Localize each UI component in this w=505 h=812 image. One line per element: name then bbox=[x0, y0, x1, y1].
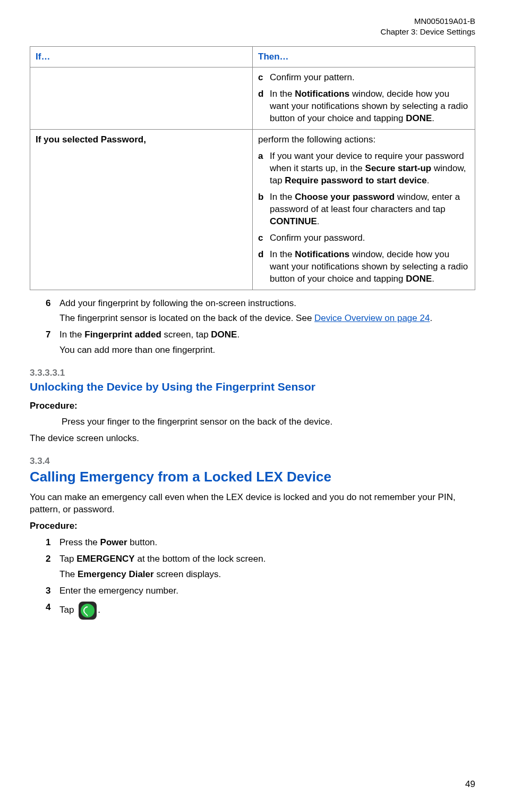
marker-b: b bbox=[258, 191, 270, 228]
marker-6: 6 bbox=[46, 298, 59, 325]
step-text: In the Notifications window, decide how … bbox=[270, 88, 469, 125]
list-item: b In the Choose your password window, en… bbox=[258, 191, 469, 228]
table-row: c Confirm your pattern. d In the Notific… bbox=[30, 67, 475, 130]
list-item: d In the Notifications window, decide ho… bbox=[258, 249, 469, 285]
list-item: 2 Tap EMERGENCY at the bottom of the loc… bbox=[46, 553, 475, 581]
procedure-label: Procedure: bbox=[30, 520, 475, 532]
step-text: Confirm your pattern. bbox=[270, 72, 355, 84]
step-subtext: The Emergency Dialer screen displays. bbox=[59, 569, 475, 581]
chapter-label: Chapter 3: Device Settings bbox=[30, 27, 475, 37]
result-text: The device screen unlocks. bbox=[30, 433, 475, 445]
marker-1: 1 bbox=[46, 537, 59, 549]
list-item: d In the Notifications window, decide ho… bbox=[258, 88, 469, 125]
marker-c: c bbox=[258, 72, 270, 84]
doc-id: MN005019A01-B bbox=[30, 16, 475, 27]
step-text: Enter the emergency number. bbox=[59, 585, 475, 597]
phone-dial-icon bbox=[79, 602, 97, 620]
step-text: Press the Power button. bbox=[59, 537, 475, 549]
list-item: 3 Enter the emergency number. bbox=[46, 585, 475, 597]
page-number: 49 bbox=[465, 779, 475, 791]
step-text: In the Choose your password window, ente… bbox=[270, 191, 469, 228]
procedure-label: Procedure: bbox=[30, 400, 475, 412]
section-number: 3.3.3.3.1 bbox=[30, 367, 475, 379]
marker-7: 7 bbox=[46, 329, 59, 357]
numbered-steps: 1 Press the Power button. 2 Tap EMERGENC… bbox=[46, 537, 475, 620]
marker-c: c bbox=[258, 232, 270, 244]
marker-3: 3 bbox=[46, 585, 59, 597]
marker-d: d bbox=[258, 88, 270, 125]
cell-then: perform the following actions: a If you … bbox=[253, 130, 475, 290]
step-text: Tap . bbox=[59, 602, 475, 620]
link-device-overview[interactable]: Device Overview on page 24 bbox=[314, 313, 430, 323]
list-item: 6 Add your fingerprint by following the … bbox=[46, 298, 475, 325]
page-header: MN005019A01-B Chapter 3: Device Settings bbox=[30, 16, 475, 38]
cell-if bbox=[30, 67, 253, 130]
marker-4: 4 bbox=[46, 602, 59, 620]
procedure-step: Press your finger to the fingerprint sen… bbox=[62, 416, 475, 428]
marker-a: a bbox=[258, 150, 270, 187]
section-title: Calling Emergency from a Locked LEX Devi… bbox=[30, 468, 475, 486]
step-text: Add your fingerprint by following the on… bbox=[59, 298, 296, 308]
marker-d: d bbox=[258, 249, 270, 285]
table-row: If you selected Password, perform the fo… bbox=[30, 130, 475, 290]
step-text: In the Fingerprint added screen, tap DON… bbox=[59, 329, 239, 340]
step-text: Confirm your password. bbox=[270, 232, 365, 244]
col-then: Then… bbox=[253, 46, 475, 67]
page: MN005019A01-B Chapter 3: Device Settings… bbox=[0, 0, 505, 812]
section-title: Unlocking the Device by Using the Finger… bbox=[30, 379, 475, 394]
step-text: In the Notifications window, decide how … bbox=[270, 249, 469, 285]
list-item: c Confirm your pattern. bbox=[258, 72, 469, 84]
cell-if: If you selected Password, bbox=[30, 130, 253, 290]
list-item: 4 Tap . bbox=[46, 602, 475, 620]
list-item: a If you want your device to require you… bbox=[258, 150, 469, 187]
table-header-row: If… Then… bbox=[30, 46, 475, 67]
step-text: Tap EMERGENCY at the bottom of the lock … bbox=[59, 554, 266, 564]
list-item: 7 In the Fingerprint added screen, tap D… bbox=[46, 329, 475, 357]
step-text: If you want your device to require your … bbox=[270, 150, 469, 187]
step-subtext: The fingerprint sensor is located on the… bbox=[59, 312, 475, 325]
list-item: c Confirm your password. bbox=[258, 232, 469, 244]
numbered-steps: 6 Add your fingerprint by following the … bbox=[46, 298, 475, 357]
cell-then: c Confirm your pattern. d In the Notific… bbox=[253, 67, 475, 130]
marker-2: 2 bbox=[46, 553, 59, 581]
list-item: 1 Press the Power button. bbox=[46, 537, 475, 549]
col-if: If… bbox=[30, 46, 253, 67]
if-then-table: If… Then… c Confirm your pattern. d In t… bbox=[30, 46, 475, 290]
step-subtext: You can add more than one fingerprint. bbox=[59, 344, 475, 357]
intro-text: You can make an emergency call even when… bbox=[30, 492, 475, 516]
then-intro: perform the following actions: bbox=[258, 134, 469, 146]
section-number: 3.3.4 bbox=[30, 455, 475, 468]
